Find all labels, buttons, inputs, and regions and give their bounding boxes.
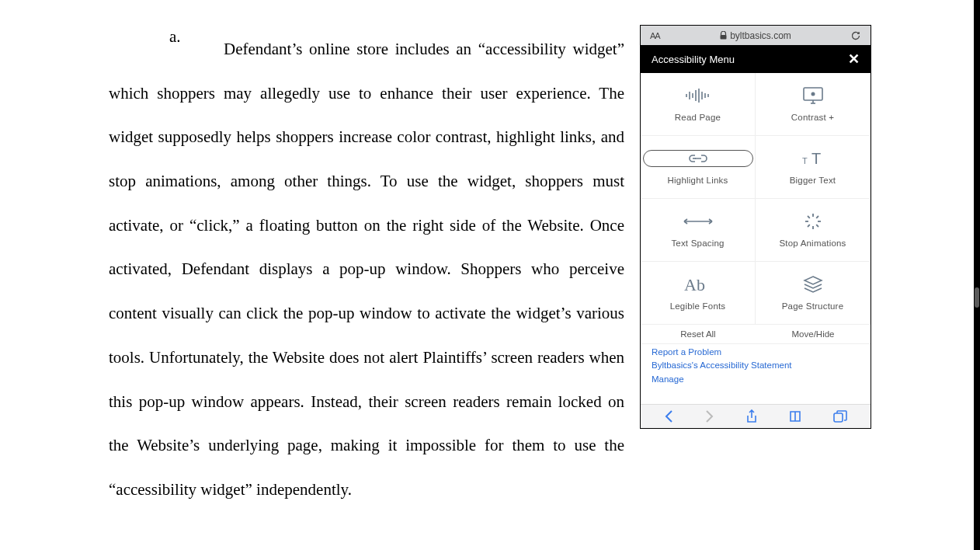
list-marker: a. <box>169 27 181 47</box>
reset-all-button[interactable]: Reset All <box>641 325 756 343</box>
embedded-screenshot: AA byltbasics.com Accessibility Menu ✕ R… <box>640 25 871 429</box>
manage-link[interactable]: Manage <box>652 373 860 386</box>
tile-label: Contrast + <box>791 113 834 122</box>
svg-rect-25 <box>834 413 843 422</box>
bigger-text-icon: TT <box>799 149 827 168</box>
tile-highlight-links[interactable]: Highlight Links <box>641 136 756 199</box>
layers-icon <box>803 275 823 294</box>
back-icon[interactable] <box>664 409 673 423</box>
tile-label: Highlight Links <box>668 176 728 185</box>
scrollbar-thumb[interactable] <box>975 287 979 308</box>
tile-stop-animations[interactable]: Stop Animations <box>756 199 871 262</box>
tile-page-structure[interactable]: Page Structure <box>756 262 871 325</box>
accessibility-options-grid: Read Page Contrast + Highlight Links T <box>641 73 871 325</box>
text-size-control[interactable]: AA <box>650 31 660 40</box>
bookmarks-icon[interactable] <box>789 410 801 423</box>
tile-label: Legible Fonts <box>670 301 726 311</box>
reload-icon[interactable] <box>850 30 861 41</box>
forward-icon <box>705 409 714 423</box>
page-border-right <box>974 0 980 550</box>
tile-label: Read Page <box>675 113 721 122</box>
tile-label: Text Spacing <box>671 238 724 248</box>
svg-line-20 <box>808 216 810 218</box>
report-problem-link[interactable]: Report a Problem <box>652 346 860 359</box>
url-text: byltbasics.com <box>730 30 791 41</box>
footer-actions-row: Reset All Move/Hide <box>641 325 871 344</box>
svg-rect-0 <box>721 35 727 40</box>
share-icon[interactable] <box>745 409 758 423</box>
font-icon: Ab <box>683 275 714 294</box>
svg-line-21 <box>816 225 818 227</box>
tile-text-spacing[interactable]: Text Spacing <box>641 199 756 262</box>
svg-text:T: T <box>802 156 808 165</box>
browser-address-bar: AA byltbasics.com <box>641 26 871 45</box>
loading-icon <box>805 212 822 231</box>
svg-point-10 <box>811 92 815 96</box>
svg-line-22 <box>808 225 810 227</box>
contrast-icon <box>801 86 825 105</box>
tile-label: Page Structure <box>782 301 844 311</box>
tile-bigger-text[interactable]: TT Bigger Text <box>756 136 871 199</box>
move-hide-button[interactable]: Move/Hide <box>756 325 871 343</box>
tile-read-page[interactable]: Read Page <box>641 73 756 136</box>
footer-links: Report a Problem Byltbasics's Accessibil… <box>641 344 871 386</box>
link-icon <box>641 149 755 168</box>
accessibility-statement-link[interactable]: Byltbasics's Accessibility Statement <box>652 359 860 372</box>
close-icon[interactable]: ✕ <box>848 50 860 68</box>
lock-icon <box>720 31 727 40</box>
tile-label: Bigger Text <box>790 176 836 185</box>
browser-bottom-toolbar <box>641 404 871 428</box>
accessibility-menu-header: Accessibility Menu ✕ <box>641 45 871 73</box>
tile-label: Stop Animations <box>779 238 846 248</box>
svg-line-23 <box>816 216 818 218</box>
svg-text:T: T <box>811 150 821 167</box>
menu-title: Accessibility Menu <box>652 54 735 65</box>
spacing-icon <box>681 212 715 231</box>
tile-contrast[interactable]: Contrast + <box>756 73 871 136</box>
tabs-icon[interactable] <box>833 410 847 423</box>
tile-legible-fonts[interactable]: Ab Legible Fonts <box>641 262 756 325</box>
soundwave-icon <box>685 86 711 105</box>
svg-text:Ab: Ab <box>684 275 705 294</box>
